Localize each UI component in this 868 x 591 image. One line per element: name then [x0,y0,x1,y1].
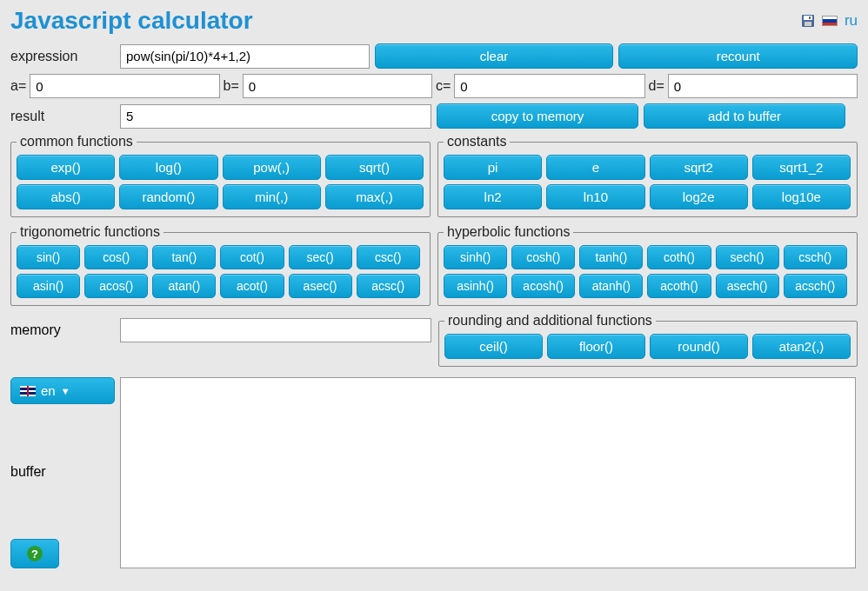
constants-group: constants piesqrt2sqrt1_2ln2ln10log2elog… [437,134,858,217]
var-d-label: d= [649,78,664,94]
trig-legend: trigonometric functions [17,224,164,240]
fn-button-pow[interactable]: pow(,) [223,155,321,180]
result-label: result [10,109,115,124]
hyper-button-sinh[interactable]: sinh() [444,245,507,269]
const-button-sqrt1_2[interactable]: sqrt1_2 [752,155,851,180]
help-button[interactable]: ? [10,539,59,568]
trig-button-csc[interactable]: csc() [357,245,420,269]
round-button-round[interactable]: round() [650,334,748,359]
help-icon: ? [27,546,43,561]
var-a-input[interactable] [30,74,219,98]
const-button-pi[interactable]: pi [444,155,542,180]
trig-button-acsc[interactable]: acsc() [357,274,420,298]
trig-button-cos[interactable]: cos() [84,245,148,269]
chevron-down-icon: ▼ [61,386,70,396]
trig-button-acos[interactable]: acos() [84,274,148,298]
var-a-label: a= [10,78,26,94]
memory-label: memory [10,322,115,338]
const-button-log2e[interactable]: log2e [650,184,748,209]
hyper-functions-group: hyperbolic functions sinh()cosh()tanh()c… [437,224,858,306]
trig-button-sin[interactable]: sin() [17,245,80,269]
const-button-ln2[interactable]: ln2 [444,184,542,209]
fn-button-random[interactable]: random() [119,184,217,209]
fn-button-sqrt[interactable]: sqrt() [325,155,424,180]
round-button-atan2[interactable]: atan2(,) [752,334,851,359]
recount-button[interactable]: recount [618,43,858,69]
round-button-floor[interactable]: floor() [547,334,645,359]
hyper-button-coth[interactable]: coth() [647,245,711,269]
var-d-input[interactable] [668,74,858,98]
const-button-sqrt2[interactable]: sqrt2 [650,155,748,180]
add-buffer-button[interactable]: add to buffer [644,103,845,129]
clear-button[interactable]: clear [375,43,614,69]
trig-button-acot[interactable]: acot() [220,274,284,298]
fn-button-log[interactable]: log() [119,155,217,180]
hyper-button-acsch[interactable]: acsch() [784,274,847,298]
hyper-legend: hyperbolic functions [444,224,573,240]
const-button-log10e[interactable]: log10e [752,184,851,209]
hyper-button-acoth[interactable]: acoth() [647,274,711,298]
var-c-input[interactable] [454,74,644,98]
round-button-ceil[interactable]: ceil() [444,334,543,359]
flag-en-icon [20,386,36,396]
const-button-e[interactable]: e [546,155,644,180]
page-title: Javascript calculator [10,7,253,35]
save-icon[interactable] [801,14,815,28]
trig-button-atan[interactable]: atan() [152,274,216,298]
trig-button-asin[interactable]: asin() [17,274,80,298]
hyper-button-csch[interactable]: csch() [784,245,847,269]
result-input[interactable] [120,104,431,129]
fn-button-abs[interactable]: abs() [17,184,115,209]
buffer-label: buffer [10,464,115,480]
fn-button-exp[interactable]: exp() [17,155,115,180]
trig-button-tan[interactable]: tan() [152,245,216,269]
lang-select-label: en [41,383,56,398]
common-legend: common functions [17,134,137,149]
buffer-textarea[interactable] [120,377,856,568]
hyper-button-sech[interactable]: sech() [716,245,779,269]
svg-rect-2 [805,22,811,26]
var-b-input[interactable] [243,74,432,98]
hyper-button-acosh[interactable]: acosh() [511,274,575,298]
flag-ru-icon [822,16,838,26]
common-functions-group: common functions exp()log()pow(,)sqrt()a… [10,134,431,217]
hyper-button-cosh[interactable]: cosh() [511,245,575,269]
svg-rect-3 [809,17,811,19]
trig-functions-group: trigonometric functions sin()cos()tan()c… [10,224,431,306]
trig-button-asec[interactable]: asec() [289,274,352,298]
hyper-button-tanh[interactable]: tanh() [579,245,643,269]
language-select[interactable]: en ▼ [10,377,115,404]
expression-input[interactable] [120,44,370,69]
svg-rect-1 [804,16,812,20]
lang-ru-link[interactable]: ru [845,12,858,30]
constants-legend: constants [444,134,510,149]
trig-button-cot[interactable]: cot() [220,245,284,269]
copy-memory-button[interactable]: copy to memory [437,103,638,129]
rounding-legend: rounding and additional functions [444,313,656,329]
fn-button-max[interactable]: max(,) [325,184,424,209]
rounding-group: rounding and additional functions ceil()… [438,313,858,367]
var-b-label: b= [224,78,239,94]
hyper-button-atanh[interactable]: atanh() [579,274,643,298]
expression-label: expression [10,49,115,64]
trig-button-sec[interactable]: sec() [289,245,352,269]
const-button-ln10[interactable]: ln10 [546,184,644,209]
var-c-label: c= [436,78,451,94]
memory-input[interactable] [120,318,431,342]
hyper-button-asinh[interactable]: asinh() [444,274,507,298]
fn-button-min[interactable]: min(,) [223,184,321,209]
hyper-button-asech[interactable]: asech() [716,274,779,298]
